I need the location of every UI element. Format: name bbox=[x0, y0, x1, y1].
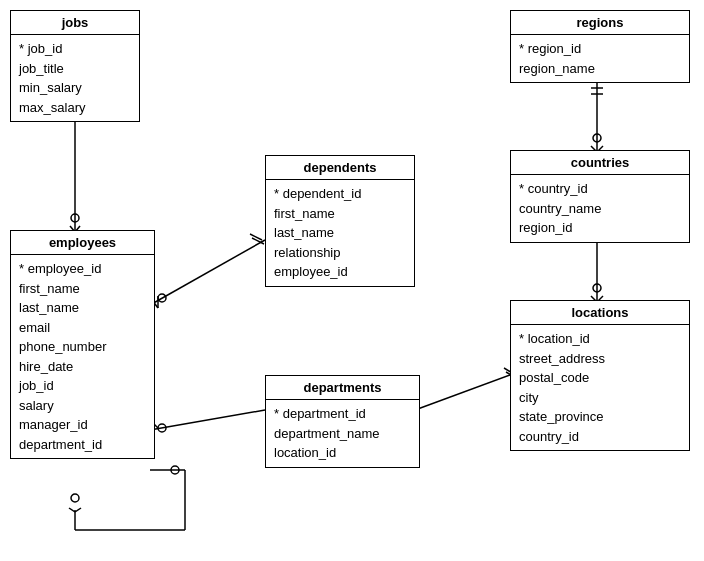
field: manager_id bbox=[19, 415, 146, 435]
field: max_salary bbox=[19, 98, 131, 118]
entity-jobs-body: * job_id job_title min_salary max_salary bbox=[11, 35, 139, 121]
field: country_name bbox=[519, 199, 681, 219]
field: postal_code bbox=[519, 368, 681, 388]
field: region_name bbox=[519, 59, 681, 79]
svg-point-26 bbox=[171, 466, 179, 474]
entity-jobs: jobs * job_id job_title min_salary max_s… bbox=[10, 10, 140, 122]
field: * employee_id bbox=[19, 259, 146, 279]
svg-line-39 bbox=[415, 375, 510, 410]
svg-line-12 bbox=[150, 410, 265, 430]
entity-countries-body: * country_id country_name region_id bbox=[511, 175, 689, 242]
field: department_name bbox=[274, 424, 411, 444]
entity-regions-title: regions bbox=[511, 11, 689, 35]
svg-line-24 bbox=[69, 508, 75, 512]
field: email bbox=[19, 318, 146, 338]
entity-dependents: dependents * dependent_id first_name las… bbox=[265, 155, 415, 287]
entity-dependents-body: * dependent_id first_name last_name rela… bbox=[266, 180, 414, 286]
entity-regions: regions * region_id region_name bbox=[510, 10, 690, 83]
field: first_name bbox=[19, 279, 146, 299]
svg-point-3 bbox=[71, 214, 79, 222]
er-diagram: jobs * job_id job_title min_salary max_s… bbox=[0, 0, 704, 561]
entity-dependents-title: dependents bbox=[266, 156, 414, 180]
field: * region_id bbox=[519, 39, 681, 59]
entity-locations-body: * location_id street_address postal_code… bbox=[511, 325, 689, 450]
svg-point-13 bbox=[158, 424, 166, 432]
svg-line-6 bbox=[150, 240, 265, 305]
entity-countries-title: countries bbox=[511, 151, 689, 175]
entity-jobs-title: jobs bbox=[11, 11, 139, 35]
field: last_name bbox=[19, 298, 146, 318]
field: job_id bbox=[19, 376, 146, 396]
field: * location_id bbox=[519, 329, 681, 349]
svg-line-7 bbox=[250, 234, 262, 240]
field: hire_date bbox=[19, 357, 146, 377]
field: * country_id bbox=[519, 179, 681, 199]
field: state_province bbox=[519, 407, 681, 427]
svg-line-8 bbox=[252, 238, 264, 244]
field: * dependent_id bbox=[274, 184, 406, 204]
entity-departments: departments * department_id department_n… bbox=[265, 375, 420, 468]
svg-point-36 bbox=[593, 284, 601, 292]
field: * department_id bbox=[274, 404, 411, 424]
svg-point-30 bbox=[593, 134, 601, 142]
svg-point-23 bbox=[71, 494, 79, 502]
svg-line-25 bbox=[75, 508, 81, 512]
field: relationship bbox=[274, 243, 406, 263]
entity-locations-title: locations bbox=[511, 301, 689, 325]
entity-regions-body: * region_id region_name bbox=[511, 35, 689, 82]
field: country_id bbox=[519, 427, 681, 447]
field: city bbox=[519, 388, 681, 408]
entity-departments-body: * department_id department_name location… bbox=[266, 400, 419, 467]
field: street_address bbox=[519, 349, 681, 369]
field: min_salary bbox=[19, 78, 131, 98]
entity-employees-body: * employee_id first_name last_name email… bbox=[11, 255, 154, 458]
field: * job_id bbox=[19, 39, 131, 59]
field: employee_id bbox=[274, 262, 406, 282]
field: job_title bbox=[19, 59, 131, 79]
field: department_id bbox=[19, 435, 146, 455]
field: region_id bbox=[519, 218, 681, 238]
svg-point-9 bbox=[158, 294, 166, 302]
field: first_name bbox=[274, 204, 406, 224]
entity-employees: employees * employee_id first_name last_… bbox=[10, 230, 155, 459]
entity-employees-title: employees bbox=[11, 231, 154, 255]
field: phone_number bbox=[19, 337, 146, 357]
field: location_id bbox=[274, 443, 411, 463]
entity-countries: countries * country_id country_name regi… bbox=[510, 150, 690, 243]
entity-locations: locations * location_id street_address p… bbox=[510, 300, 690, 451]
field: last_name bbox=[274, 223, 406, 243]
entity-departments-title: departments bbox=[266, 376, 419, 400]
field: salary bbox=[19, 396, 146, 416]
